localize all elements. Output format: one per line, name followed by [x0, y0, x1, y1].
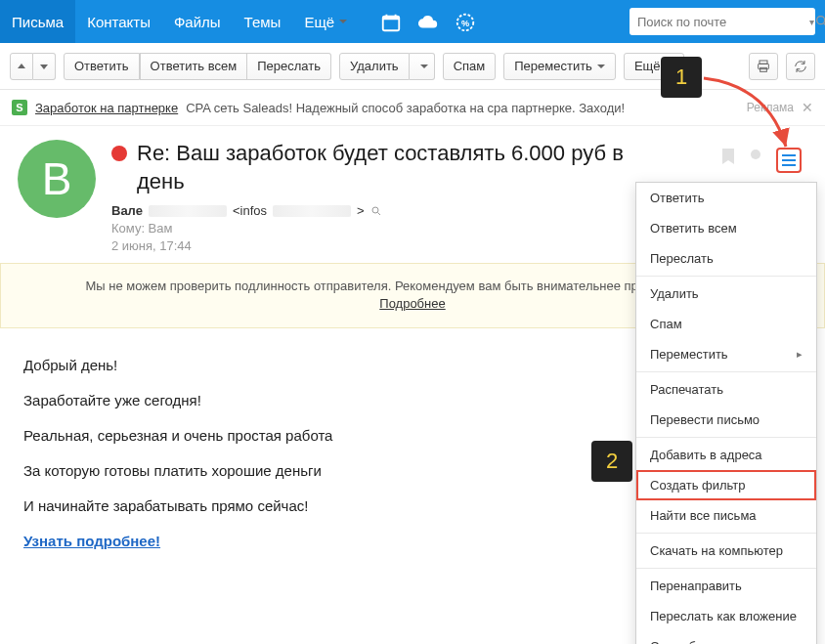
ad-text: CPA сеть Saleads! Надежный способ зарабо… [186, 101, 625, 115]
ad-close-button[interactable]: ✕ [802, 100, 813, 115]
cloud-icon[interactable] [417, 12, 437, 31]
menu-item[interactable]: Скачать на компьютер [636, 536, 816, 566]
menu-item[interactable]: Ответить [636, 183, 816, 213]
ad-label: Реклама [747, 101, 794, 114]
flag-dot-icon[interactable] [749, 148, 762, 161]
mail-menu-button[interactable] [776, 148, 802, 173]
svg-point-14 [751, 150, 760, 159]
to-row: Кому: Вам [111, 221, 706, 236]
svg-rect-1 [383, 17, 400, 21]
spam-button[interactable]: Спам [443, 53, 497, 80]
ad-link[interactable]: Заработок на партнерке [35, 101, 178, 115]
menu-item[interactable]: Переслать [636, 243, 816, 274]
search-wrap: ▾ [620, 0, 825, 43]
menu-item[interactable]: Найти все письма [636, 500, 816, 531]
svg-line-13 [377, 212, 380, 215]
unread-dot-icon [111, 146, 127, 161]
nav-tab-themes[interactable]: Темы [233, 0, 293, 43]
forward-button[interactable]: Переслать [247, 53, 331, 80]
nav-tab-mail[interactable]: Письма [0, 0, 75, 43]
search-box: ▾ [630, 8, 815, 35]
from-row: Вале <infos > [111, 203, 706, 218]
lookup-sender-button[interactable] [370, 205, 382, 217]
discount-icon[interactable]: % [455, 12, 474, 31]
nav-tab-files[interactable]: Файлы [162, 0, 233, 43]
search-input[interactable] [630, 15, 809, 29]
top-nav: Письма Контакты Файлы Темы Ещё 18 % ▾ [0, 0, 825, 43]
from-email-open: <infos [233, 203, 267, 218]
avatar: B [18, 140, 96, 218]
svg-rect-11 [760, 67, 767, 71]
menu-item[interactable]: Перенаправить [636, 571, 816, 601]
calendar-icon[interactable]: 18 [380, 12, 400, 31]
delete-button[interactable]: Удалить [339, 53, 410, 80]
nav-icons: 18 % [359, 0, 488, 43]
search-button[interactable] [814, 14, 825, 29]
mail-meta: Re: Ваш заработок будет составлять 6.000… [111, 140, 706, 253]
menu-item[interactable]: Распечатать [636, 374, 816, 405]
menu-item[interactable]: Перевести письмо [636, 405, 816, 435]
menu-item[interactable]: Удалить [636, 279, 816, 309]
ad-badge-icon: S [12, 100, 27, 115]
from-name: Вале [111, 203, 143, 218]
nav-tab-more[interactable]: Ещё [292, 0, 359, 43]
from-email-close: > [357, 203, 365, 218]
mail-subject: Re: Ваш заработок будет составлять 6.000… [137, 140, 645, 195]
menu-item[interactable]: Спам [636, 309, 816, 339]
nav-tabs: Письма Контакты Файлы Темы Ещё [0, 0, 359, 43]
bookmark-icon[interactable] [721, 148, 735, 165]
nav-tab-contacts[interactable]: Контакты [75, 0, 162, 43]
print-button[interactable] [749, 53, 778, 80]
svg-text:%: % [461, 19, 469, 28]
reply-all-button[interactable]: Ответить всем [140, 53, 248, 80]
annotation-callout-2: 2 [591, 441, 632, 482]
move-button[interactable]: Переместить [503, 53, 616, 80]
svg-point-7 [817, 17, 825, 24]
svg-point-12 [372, 207, 378, 213]
date-row: 2 июня, 17:44 [111, 238, 706, 253]
svg-text:18: 18 [386, 21, 396, 30]
menu-item[interactable]: Служебные заголовки [636, 631, 816, 644]
menu-item[interactable]: Переместить [636, 339, 816, 369]
nav-prev-button[interactable] [10, 53, 33, 80]
from-name-redacted [149, 205, 227, 217]
menu-item[interactable]: Ответить всем [636, 213, 816, 243]
menu-item[interactable]: Добавить в адреса [636, 440, 816, 470]
menu-item[interactable]: Переслать как вложение [636, 601, 816, 631]
annotation-callout-1: 1 [661, 57, 702, 98]
mail-context-menu: ОтветитьОтветить всемПереслатьУдалитьСпа… [635, 182, 817, 644]
nav-next-button[interactable] [33, 53, 56, 80]
from-email-redacted [273, 205, 351, 217]
refresh-button[interactable] [786, 53, 815, 80]
warning-more-link[interactable]: Подробнее [379, 296, 445, 311]
menu-item[interactable]: Создать фильтр [636, 470, 816, 500]
delete-dropdown[interactable] [410, 53, 435, 80]
reply-button[interactable]: Ответить [64, 53, 140, 80]
